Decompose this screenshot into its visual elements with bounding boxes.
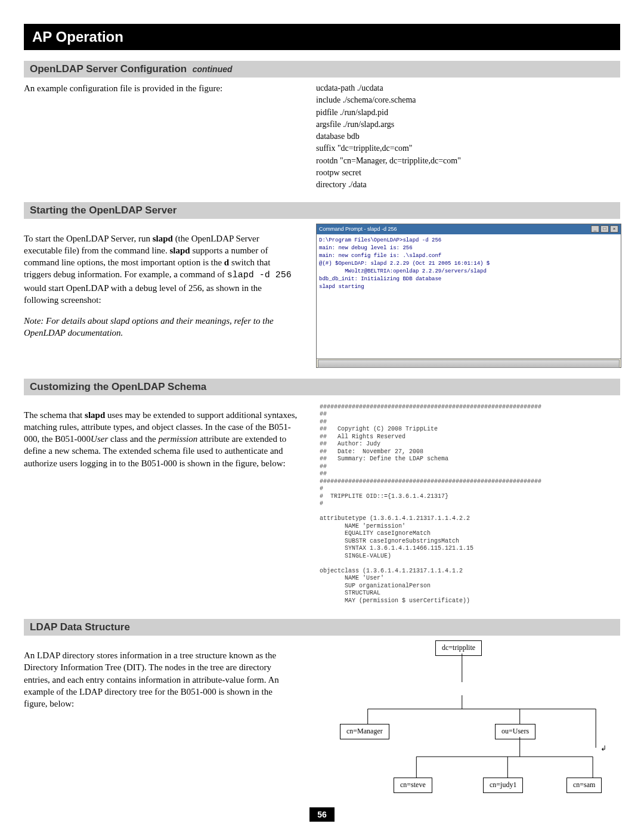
- page-number: 56: [309, 807, 335, 822]
- start-paragraph: To start the OpenLDAP Server, run slapd …: [24, 233, 298, 306]
- ital-permission: permission: [158, 434, 197, 444]
- node-dc-tripplite: dc=tripplite: [435, 640, 482, 655]
- section-openldap-config: OpenLDAP Server Configuration continued: [24, 61, 620, 78]
- cfg-line: argsfile ./run/slapd.args: [316, 119, 620, 131]
- node-cn-judy1: cn=judy1: [483, 778, 523, 792]
- txt: The schema that: [24, 410, 85, 420]
- schema-figure: ########################################…: [316, 400, 620, 609]
- node-cn-steve: cn=steve: [394, 778, 432, 792]
- cfg-line: pidfile ./run/slapd.pid: [316, 107, 620, 119]
- start-note: Note: For details about slapd options an…: [24, 315, 298, 339]
- scroll-track[interactable]: [318, 360, 620, 368]
- schema-paragraph: The schema that slapd uses may be extend…: [24, 409, 298, 469]
- section-title-continued: continued: [193, 64, 233, 74]
- cfg-line: ucdata-path ./ucdata: [316, 82, 620, 94]
- section-ldap-structure: LDAP Data Structure: [24, 619, 620, 636]
- bold-slapd: slapd: [153, 234, 173, 243]
- node-cn-sam: cn=sam: [566, 778, 602, 792]
- cmd-text: slapd -d 256: [227, 270, 292, 280]
- node-ou-users: ou=Users: [495, 724, 535, 739]
- structure-paragraph: An LDAP directory stores information in …: [24, 649, 298, 710]
- minimize-icon[interactable]: _: [591, 225, 599, 233]
- cfg-line: directory ./data: [316, 179, 620, 191]
- console-output: D:\Program Files\OpenLDAP>slapd -d 256 m…: [317, 234, 621, 358]
- command-prompt-window: Command Prompt - slapd -d 256 _ □ × D:\P…: [316, 224, 621, 368]
- maximize-icon[interactable]: □: [600, 225, 609, 233]
- cfg-line: rootpw secret: [316, 167, 620, 179]
- section-start-server: Starting the OpenLDAP Server: [24, 202, 620, 219]
- ital-user: User: [91, 434, 108, 444]
- txt: would start OpenLDAP with a debug level …: [24, 283, 262, 305]
- dit-tree-figure: dc=com dc=tripplite cn=Manager ou=Users …: [316, 640, 620, 795]
- section-schema: Customizing the OpenLDAP Schema: [24, 379, 620, 395]
- node-cn-manager: cn=Manager: [340, 724, 389, 739]
- status-bar: [317, 358, 621, 367]
- cfg-line: rootdn "cn=Manager, dc=tripplite,dc=com": [316, 155, 620, 167]
- cfg-line: suffix "dc=tripplite,dc=com": [316, 143, 620, 154]
- cfg-line: include ./schema/core.schema: [316, 94, 620, 106]
- bold-slapd: slapd: [85, 410, 105, 420]
- window-title: Command Prompt - slapd -d 256: [319, 225, 397, 233]
- svg-text:↲: ↲: [600, 744, 606, 753]
- section-title-text: OpenLDAP Server Configuration: [30, 63, 187, 75]
- close-icon[interactable]: ×: [610, 225, 618, 233]
- txt: class and the: [108, 434, 158, 444]
- config-intro: An example configuration file is provide…: [24, 82, 298, 94]
- bold-d: d: [224, 258, 229, 267]
- page-header: AP Operation: [24, 24, 620, 50]
- txt: To start the OpenLDAP Server, run: [24, 234, 153, 243]
- bold-slapd: slapd: [169, 246, 190, 255]
- cfg-line: database bdb: [316, 131, 620, 143]
